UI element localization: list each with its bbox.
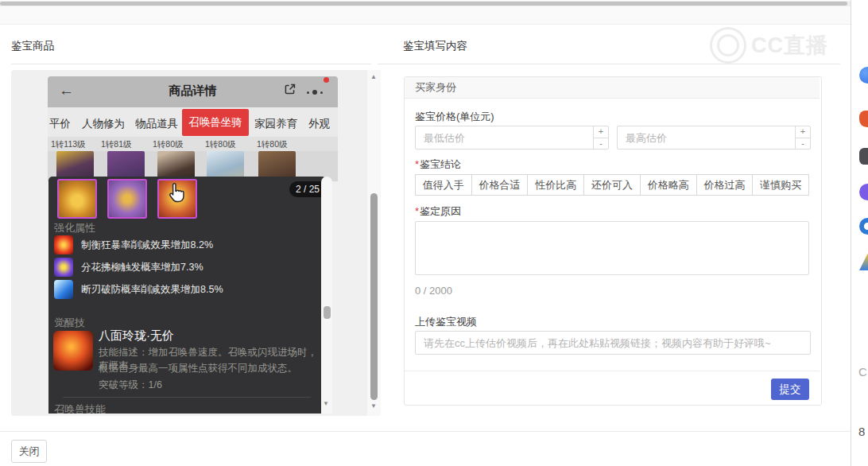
skill-break-level: 突破等级：1/6: [99, 379, 162, 392]
preview-scroll-up-icon[interactable]: ▲: [370, 73, 377, 80]
top-strip: [0, 6, 851, 25]
buyer-identity-header: 买家身份: [405, 77, 820, 99]
item-thumbnail-crown[interactable]: [57, 179, 97, 219]
awaken-skill-title: 觉醒技: [54, 316, 85, 330]
conclusion-option-worth-buying[interactable]: 值得入手: [415, 174, 472, 196]
desktop-icon-gear-app[interactable]: [859, 218, 868, 235]
max-price-input[interactable]: [618, 126, 795, 149]
video-label: 上传鉴宝视频: [415, 315, 477, 329]
desktop-icon-blue-app[interactable]: [859, 67, 868, 83]
buff-row: 制衡狂暴率削减效果增加8.2%: [54, 235, 213, 254]
close-button[interactable]: 关闭: [11, 440, 47, 463]
submit-button[interactable]: 提交: [771, 379, 809, 400]
required-mark: *: [415, 158, 419, 170]
level-label: 1转80级: [153, 139, 184, 150]
dialog-footer-divider: [0, 431, 851, 432]
level-label: 1转80级: [205, 139, 236, 150]
tab-summon-mount-active[interactable]: 召唤兽坐骑: [182, 109, 249, 136]
share-icon[interactable]: [283, 83, 296, 99]
form-footer-divider: [405, 371, 820, 371]
phone-scrollbar-track[interactable]: [321, 177, 332, 414]
tab-appearance[interactable]: 外观: [308, 117, 330, 131]
tab-homestead[interactable]: 家园养育: [254, 117, 297, 131]
desktop-icon-dark-app[interactable]: [859, 148, 868, 165]
price-label: 鉴宝价格(单位元): [415, 110, 494, 124]
skill-name: 八面玲珑·无价: [99, 328, 174, 344]
skill-flame-icon: [53, 331, 93, 371]
tab-character[interactable]: 人物修为: [82, 117, 125, 131]
berserk-buff-icon: [54, 235, 73, 254]
reason-label: *鉴定原因: [415, 204, 461, 219]
tab-reviews[interactable]: 平价: [49, 117, 71, 131]
overlay-divider: [63, 397, 311, 398]
level-label: 1转80级: [257, 139, 288, 150]
phone-scroll-down-icon[interactable]: ▼: [323, 400, 329, 407]
conclusion-option-buy-cautiously[interactable]: 谨慎购买: [752, 174, 809, 196]
min-price-input[interactable]: [416, 126, 593, 149]
buff-row: 断刃破防概率削减效果增加8.5%: [54, 280, 223, 299]
buff-text: 制衡狂暴率削减效果增加8.2%: [81, 239, 213, 252]
conclusion-option-too-high[interactable]: 价格过高: [696, 174, 754, 196]
video-link-field: [415, 331, 811, 355]
required-mark: *: [415, 205, 419, 217]
flower-buff-icon: [54, 258, 73, 277]
decrement-button[interactable]: -: [594, 138, 608, 150]
appraisal-dialog-screen: 鉴宝商品 鉴宝填写内容 CC直播 ← 商品详情 平价 人物修为 物品道具 召唤兽…: [0, 0, 868, 466]
watermark-text: CC直播: [751, 31, 828, 60]
conclusion-option-bargainable[interactable]: 还价可入: [583, 174, 641, 196]
skill-description-line2: 根据自身最高一项属性点获得不同加成状态。: [99, 362, 297, 375]
buff-text: 断刃破防概率削减效果增加8.5%: [81, 283, 223, 297]
item-thumbnail-hammer[interactable]: [107, 179, 147, 219]
video-link-input[interactable]: [416, 332, 810, 354]
conclusion-button-group: 值得入手 价格合适 性价比高 还价可入 价格略高 价格过高 谨慎购买: [415, 174, 809, 196]
conclusion-option-fair-price[interactable]: 价格合适: [471, 174, 529, 196]
horizontal-scrollbar-thumb[interactable]: [0, 2, 847, 6]
left-header-divider: [11, 64, 371, 64]
pet-stats-overlay: 2 / 25 强化属性 制衡狂暴率削减效果增加8.2% 分花拂柳触发概率增加7.…: [48, 177, 326, 414]
char-counter: 0 / 2000: [415, 285, 452, 297]
window-edge-divider: [851, 0, 851, 466]
desktop-icon-purple-app[interactable]: [859, 184, 868, 200]
level-label: 1转81级: [101, 139, 132, 150]
left-panel-title: 鉴宝商品: [11, 39, 54, 53]
conclusion-option-slightly-high[interactable]: 价格略高: [640, 174, 697, 196]
tab-items[interactable]: 物品道具: [135, 117, 178, 131]
right-header-divider: [378, 64, 840, 64]
more-menu-icon[interactable]: [307, 90, 323, 95]
conclusion-option-good-value[interactable]: 性价比高: [527, 174, 584, 196]
min-price-stepper: + -: [593, 126, 608, 149]
conclusion-label: *鉴宝结论: [415, 157, 461, 172]
buff-text: 分花拂柳触发概率增加7.3%: [81, 261, 203, 274]
preview-scroll-down-icon[interactable]: ▼: [370, 402, 377, 410]
clipped-section-title: 召唤兽技能: [54, 402, 106, 414]
right-panel-title: 鉴宝填写内容: [403, 39, 467, 53]
desktop-icon-orange-app[interactable]: [859, 111, 868, 127]
desktop-icon-triangle-app[interactable]: [859, 254, 868, 270]
desktop-edge-glyph-bottom: 8: [858, 425, 865, 438]
cc-logo-icon: [710, 27, 746, 64]
increment-button[interactable]: +: [796, 126, 810, 138]
buff-row: 分花拂柳触发概率增加7.3%: [54, 258, 203, 277]
blade-buff-icon: [54, 280, 73, 299]
increment-button[interactable]: +: [594, 126, 608, 138]
decrement-button[interactable]: -: [796, 138, 810, 150]
max-price-stepper: + -: [795, 126, 810, 149]
min-price-field: + -: [415, 126, 609, 150]
preview-scrollbar-thumb[interactable]: [370, 193, 378, 400]
level-label-row: [48, 137, 338, 151]
notification-dot: [324, 77, 329, 83]
level-label: 1转113级: [51, 139, 86, 150]
mouse-cursor-pointer: [166, 181, 190, 208]
cc-live-watermark: CC直播: [710, 27, 828, 64]
max-price-field: + -: [617, 126, 811, 150]
enhance-attributes-title: 强化属性: [54, 221, 95, 235]
phone-scrollbar-thumb[interactable]: [324, 306, 331, 319]
reason-textarea[interactable]: [415, 221, 809, 275]
desktop-edge-glyph-top: C: [858, 365, 867, 379]
